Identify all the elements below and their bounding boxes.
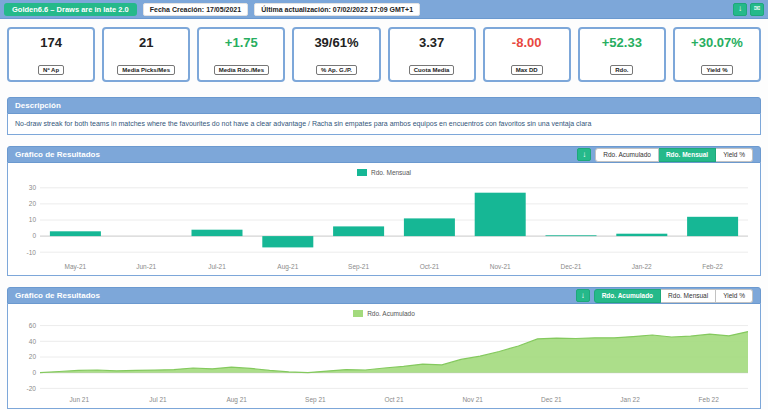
svg-text:-20: -20 — [27, 385, 37, 392]
cumulative-area-chart: -200204060 — [12, 318, 756, 396]
legend-label: Rdo. Acumulado — [367, 310, 415, 317]
x-axis-label: Jan 22 — [591, 396, 670, 403]
description-section: Descripción No-draw streak for both team… — [7, 97, 761, 135]
stat-card-max-dd: -8.00 Max DD — [483, 27, 571, 82]
stat-card-n-ap: 174 Nº Ap — [7, 27, 95, 82]
stat-card-yield: +30.07% Yield % — [673, 27, 761, 82]
tipster-name-badge: Golden6.6 – Draws are in late 2.0 — [4, 3, 137, 16]
svg-text:20: 20 — [29, 200, 37, 207]
stat-value: 39/61% — [296, 35, 376, 50]
x-axis-label: Jan-22 — [606, 263, 677, 270]
cumulative-chart-body: Rdo. Acumulado -200204060 Jun 21Jul 21Au… — [7, 304, 761, 409]
stat-label: Cuota Media — [409, 65, 455, 75]
x-axis-label: May-21 — [40, 263, 111, 270]
stat-card-media-rdo-mes: +1.75 Media Rdo./Mes — [197, 27, 285, 82]
svg-text:40: 40 — [29, 338, 37, 345]
monthly-bar-chart: -100102030 — [12, 177, 756, 263]
x-axis-label: Feb 22 — [669, 396, 748, 403]
legend-swatch — [357, 169, 367, 176]
stat-card-rdo: +52.33 Rdo. — [578, 27, 666, 82]
stat-value: -8.00 — [487, 35, 567, 50]
monthly-chart-header: Gráfico de Resultados ↓ Rdo. Acumulado R… — [7, 146, 761, 163]
stat-value: 3.37 — [392, 35, 472, 50]
x-axis-label: Dec 21 — [512, 396, 591, 403]
toggle-rdo-mensual[interactable]: Rdo. Mensual — [659, 148, 716, 162]
x-axis-label: Jun-21 — [111, 263, 182, 270]
legend-swatch — [353, 310, 363, 317]
monthly-chart-body: Rdo. Mensual -100102030 May-21Jun-21Jul-… — [7, 163, 761, 276]
stat-card-media-picks-mes: 21 Media Picks/Mes — [102, 27, 190, 82]
toggle-rdo-mensual[interactable]: Rdo. Mensual — [661, 289, 716, 303]
chart-view-toggle-group: Rdo. Acumulado Rdo. Mensual Yield % — [594, 289, 753, 303]
x-axis-label: Sep-21 — [323, 263, 394, 270]
stat-card-pct-ap-gp: 39/61% % Ap. G./P. — [292, 27, 380, 82]
download-button[interactable]: ↓ — [733, 3, 747, 16]
cumulative-chart-header: Gráfico de Resultados ↓ Rdo. Acumulado R… — [7, 287, 761, 304]
download-icon: ↓ — [738, 4, 742, 13]
stat-label: Nº Ap — [38, 65, 64, 75]
chart-controls: ↓ Rdo. Acumulado Rdo. Mensual Yield % — [576, 289, 753, 303]
x-axis-labels: Jun 21Jul 21Aug 21Sep 21Oct 21Nov 21Dec … — [40, 396, 748, 403]
x-axis-label: Jul 21 — [119, 396, 198, 403]
x-axis-label: Jul-21 — [182, 263, 253, 270]
toggle-yield[interactable]: Yield % — [716, 148, 753, 162]
toggle-rdo-acumulado[interactable]: Rdo. Acumulado — [594, 289, 661, 303]
description-body: No-draw streak for both teams in matches… — [7, 114, 761, 135]
legend-label: Rdo. Mensual — [371, 169, 411, 176]
stat-label: Media Picks/Mes — [117, 65, 175, 75]
stat-value: +52.33 — [582, 35, 662, 50]
x-axis-label: Oct-21 — [394, 263, 465, 270]
section-title: Gráfico de Resultados — [15, 150, 100, 159]
stat-card-cuota-media: 3.37 Cuota Media — [388, 27, 476, 82]
chart-download-button[interactable]: ↓ — [576, 289, 590, 302]
svg-text:20: 20 — [29, 353, 37, 360]
svg-text:60: 60 — [29, 322, 37, 329]
svg-text:0: 0 — [32, 232, 36, 239]
svg-text:10: 10 — [29, 216, 37, 223]
x-axis-label: Dec-21 — [536, 263, 607, 270]
creation-date: Fecha Creación: 17/05/2021 — [143, 3, 248, 16]
chart-legend: Rdo. Mensual — [12, 166, 756, 177]
toggle-yield[interactable]: Yield % — [716, 289, 753, 303]
x-axis-labels: May-21Jun-21Jul-21Aug-21Sep-21Oct-21Nov-… — [40, 263, 748, 270]
download-icon: ↓ — [582, 150, 586, 159]
cumulative-results-section: Gráfico de Resultados ↓ Rdo. Acumulado R… — [7, 287, 761, 409]
stat-label: Rdo. — [610, 65, 633, 75]
stat-value: +1.75 — [201, 35, 281, 50]
toggle-rdo-acumulado[interactable]: Rdo. Acumulado — [595, 148, 659, 162]
description-text: No-draw streak for both teams in matches… — [12, 117, 756, 131]
x-axis-label: Oct 21 — [355, 396, 434, 403]
stat-label: Yield % — [701, 65, 732, 75]
stat-value: 21 — [106, 35, 186, 50]
x-axis-label: Sep 21 — [276, 396, 355, 403]
x-axis-label: Aug 21 — [197, 396, 276, 403]
description-header: Descripción — [7, 97, 761, 114]
x-axis-label: Aug-21 — [252, 263, 323, 270]
section-title: Gráfico de Resultados — [15, 291, 100, 300]
x-axis-label: Jun 21 — [40, 396, 119, 403]
stat-value: +30.07% — [677, 35, 757, 50]
download-icon: ↓ — [581, 291, 585, 300]
chart-controls: ↓ Rdo. Acumulado Rdo. Mensual Yield % — [577, 148, 753, 162]
description-title: Descripción — [15, 101, 61, 110]
last-update: Última actualización: 07/02/2022 17:09 G… — [254, 3, 420, 16]
stat-label: % Ap. G./P. — [316, 65, 357, 75]
stat-label: Max DD — [511, 65, 543, 75]
topbar-actions: ↓ ✉ — [733, 3, 764, 16]
stat-value: 174 — [11, 35, 91, 50]
monthly-results-section: Gráfico de Resultados ↓ Rdo. Acumulado R… — [7, 146, 761, 276]
chart-download-button[interactable]: ↓ — [577, 148, 591, 161]
svg-text:0: 0 — [32, 369, 36, 376]
stats-row: 174 Nº Ap 21 Media Picks/Mes +1.75 Media… — [0, 19, 768, 86]
mail-icon: ✉ — [754, 4, 761, 13]
svg-text:30: 30 — [29, 184, 37, 191]
x-axis-label: Feb-22 — [677, 263, 748, 270]
chart-view-toggle-group: Rdo. Acumulado Rdo. Mensual Yield % — [595, 148, 753, 162]
chart-legend: Rdo. Acumulado — [12, 307, 756, 318]
x-axis-label: Nov-21 — [465, 263, 536, 270]
svg-text:-10: -10 — [27, 249, 37, 256]
topbar: Golden6.6 – Draws are in late 2.0 Fecha … — [0, 0, 768, 19]
x-axis-label: Nov 21 — [433, 396, 512, 403]
mail-button[interactable]: ✉ — [750, 3, 764, 16]
stat-label: Media Rdo./Mes — [214, 65, 269, 75]
